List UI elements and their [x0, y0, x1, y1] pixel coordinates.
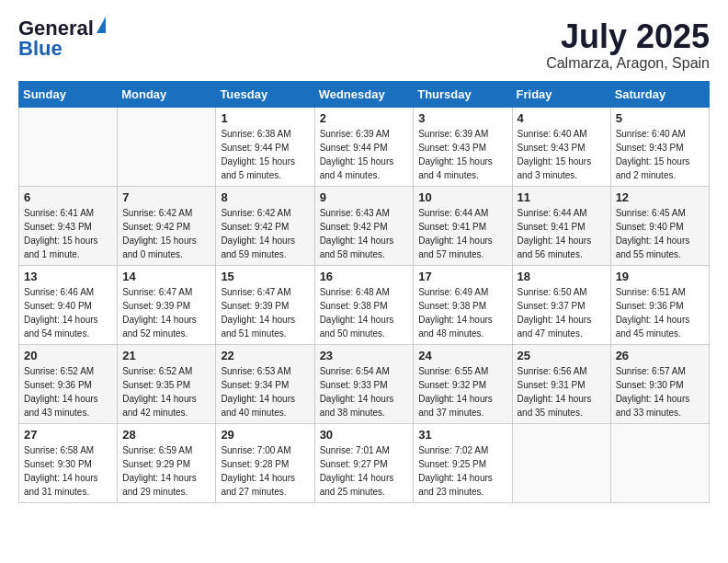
calendar-header-sunday: Sunday: [19, 81, 118, 107]
day-number: 1: [221, 111, 309, 125]
day-number: 3: [418, 111, 506, 125]
day-number: 24: [418, 349, 506, 362]
calendar-header-wednesday: Wednesday: [314, 81, 414, 107]
day-number: 10: [418, 190, 506, 204]
calendar-cell: 3Sunrise: 6:39 AMSunset: 9:43 PMDaylight…: [414, 107, 512, 186]
calendar-cell: 22Sunrise: 6:53 AMSunset: 9:34 PMDayligh…: [216, 344, 314, 423]
calendar-cell: 29Sunrise: 7:00 AMSunset: 9:28 PMDayligh…: [216, 423, 314, 502]
calendar-cell: [19, 107, 118, 186]
day-info: Sunrise: 6:52 AMSunset: 9:36 PMDaylight:…: [24, 364, 112, 419]
calendar-week-5: 27Sunrise: 6:58 AMSunset: 9:30 PMDayligh…: [19, 423, 710, 502]
day-info: Sunrise: 6:58 AMSunset: 9:30 PMDaylight:…: [24, 443, 112, 499]
calendar-cell: 14Sunrise: 6:47 AMSunset: 9:39 PMDayligh…: [118, 265, 216, 344]
location-title: Calmarza, Aragon, Spain: [546, 55, 710, 72]
day-info: Sunrise: 6:53 AMSunset: 9:34 PMDaylight:…: [221, 364, 309, 419]
title-block: July 2025 Calmarza, Aragon, Spain: [546, 18, 710, 72]
day-number: 14: [122, 270, 210, 283]
day-number: 16: [320, 270, 409, 283]
day-number: 19: [616, 270, 704, 283]
calendar-cell: [610, 423, 709, 502]
day-info: Sunrise: 6:51 AMSunset: 9:36 PMDaylight:…: [616, 285, 704, 340]
calendar-week-3: 13Sunrise: 6:46 AMSunset: 9:40 PMDayligh…: [19, 265, 710, 344]
day-info: Sunrise: 6:42 AMSunset: 9:42 PMDaylight:…: [221, 206, 309, 261]
day-info: Sunrise: 6:41 AMSunset: 9:43 PMDaylight:…: [24, 206, 112, 261]
day-number: 4: [518, 111, 606, 125]
calendar-body: 1Sunrise: 6:38 AMSunset: 9:44 PMDaylight…: [19, 107, 710, 502]
day-info: Sunrise: 6:52 AMSunset: 9:35 PMDaylight:…: [122, 364, 210, 419]
day-info: Sunrise: 6:49 AMSunset: 9:38 PMDaylight:…: [418, 285, 506, 340]
day-info: Sunrise: 6:59 AMSunset: 9:29 PMDaylight:…: [122, 443, 210, 499]
day-number: 17: [418, 270, 506, 283]
day-number: 20: [24, 349, 112, 362]
calendar-cell: 13Sunrise: 6:46 AMSunset: 9:40 PMDayligh…: [19, 265, 118, 344]
calendar-header-saturday: Saturday: [610, 81, 709, 107]
day-info: Sunrise: 6:38 AMSunset: 9:44 PMDaylight:…: [221, 127, 309, 182]
calendar-cell: 5Sunrise: 6:40 AMSunset: 9:43 PMDaylight…: [610, 107, 709, 186]
day-info: Sunrise: 6:47 AMSunset: 9:39 PMDaylight:…: [122, 285, 210, 340]
calendar-cell: 23Sunrise: 6:54 AMSunset: 9:33 PMDayligh…: [314, 344, 414, 423]
calendar-cell: 1Sunrise: 6:38 AMSunset: 9:44 PMDaylight…: [216, 107, 314, 186]
calendar-cell: 18Sunrise: 6:50 AMSunset: 9:37 PMDayligh…: [512, 265, 610, 344]
calendar-cell: 8Sunrise: 6:42 AMSunset: 9:42 PMDaylight…: [216, 186, 314, 265]
day-info: Sunrise: 6:40 AMSunset: 9:43 PMDaylight:…: [518, 127, 606, 182]
day-number: 23: [320, 349, 409, 362]
day-info: Sunrise: 6:48 AMSunset: 9:38 PMDaylight:…: [320, 285, 409, 340]
calendar-cell: 19Sunrise: 6:51 AMSunset: 9:36 PMDayligh…: [610, 265, 709, 344]
calendar-cell: 30Sunrise: 7:01 AMSunset: 9:27 PMDayligh…: [314, 423, 414, 502]
day-number: 18: [518, 270, 606, 283]
day-info: Sunrise: 6:56 AMSunset: 9:31 PMDaylight:…: [518, 364, 606, 419]
calendar-cell: 25Sunrise: 6:56 AMSunset: 9:31 PMDayligh…: [512, 344, 610, 423]
day-number: 15: [221, 270, 309, 283]
calendar-cell: [118, 107, 216, 186]
day-info: Sunrise: 6:46 AMSunset: 9:40 PMDaylight:…: [24, 285, 112, 340]
calendar-cell: 12Sunrise: 6:45 AMSunset: 9:40 PMDayligh…: [610, 186, 709, 265]
day-info: Sunrise: 6:44 AMSunset: 9:41 PMDaylight:…: [518, 206, 606, 261]
calendar-cell: 16Sunrise: 6:48 AMSunset: 9:38 PMDayligh…: [314, 265, 414, 344]
day-number: 12: [616, 190, 704, 204]
calendar-cell: 26Sunrise: 6:57 AMSunset: 9:30 PMDayligh…: [610, 344, 709, 423]
day-info: Sunrise: 6:55 AMSunset: 9:32 PMDaylight:…: [418, 364, 506, 419]
calendar-week-4: 20Sunrise: 6:52 AMSunset: 9:36 PMDayligh…: [19, 344, 710, 423]
calendar-cell: 6Sunrise: 6:41 AMSunset: 9:43 PMDaylight…: [19, 186, 118, 265]
day-info: Sunrise: 6:43 AMSunset: 9:42 PMDaylight:…: [320, 206, 409, 261]
logo-blue: Blue: [18, 37, 63, 60]
calendar-cell: 27Sunrise: 6:58 AMSunset: 9:30 PMDayligh…: [19, 423, 118, 502]
day-number: 29: [221, 428, 309, 442]
calendar-header-monday: Monday: [118, 81, 216, 107]
day-number: 21: [122, 349, 210, 362]
day-number: 27: [24, 428, 112, 442]
day-number: 7: [122, 190, 210, 204]
calendar-cell: 21Sunrise: 6:52 AMSunset: 9:35 PMDayligh…: [118, 344, 216, 423]
day-number: 30: [320, 428, 409, 442]
calendar-week-2: 6Sunrise: 6:41 AMSunset: 9:43 PMDaylight…: [19, 186, 710, 265]
calendar-cell: 31Sunrise: 7:02 AMSunset: 9:25 PMDayligh…: [414, 423, 512, 502]
day-number: 13: [24, 270, 112, 283]
calendar-cell: 2Sunrise: 6:39 AMSunset: 9:44 PMDaylight…: [314, 107, 414, 186]
calendar-week-1: 1Sunrise: 6:38 AMSunset: 9:44 PMDaylight…: [19, 107, 710, 186]
page-header: General Blue July 2025 Calmarza, Aragon,…: [18, 18, 710, 72]
day-number: 26: [616, 349, 704, 362]
day-info: Sunrise: 6:50 AMSunset: 9:37 PMDaylight:…: [518, 285, 606, 340]
logo-general: General: [18, 18, 94, 39]
day-info: Sunrise: 6:39 AMSunset: 9:43 PMDaylight:…: [418, 127, 506, 182]
day-info: Sunrise: 6:57 AMSunset: 9:30 PMDaylight:…: [616, 364, 704, 419]
calendar-cell: 17Sunrise: 6:49 AMSunset: 9:38 PMDayligh…: [414, 265, 512, 344]
calendar-cell: 24Sunrise: 6:55 AMSunset: 9:32 PMDayligh…: [414, 344, 512, 423]
day-number: 5: [616, 111, 704, 125]
calendar-header-row: SundayMondayTuesdayWednesdayThursdayFrid…: [19, 81, 710, 107]
calendar-cell: 10Sunrise: 6:44 AMSunset: 9:41 PMDayligh…: [414, 186, 512, 265]
calendar-cell: 28Sunrise: 6:59 AMSunset: 9:29 PMDayligh…: [118, 423, 216, 502]
day-number: 31: [418, 428, 506, 442]
day-number: 9: [320, 190, 409, 204]
day-number: 2: [320, 111, 409, 125]
calendar-cell: 20Sunrise: 6:52 AMSunset: 9:36 PMDayligh…: [19, 344, 118, 423]
day-number: 28: [122, 428, 210, 442]
day-info: Sunrise: 6:54 AMSunset: 9:33 PMDaylight:…: [320, 364, 409, 419]
day-number: 11: [518, 190, 606, 204]
calendar-cell: [512, 423, 610, 502]
day-info: Sunrise: 6:47 AMSunset: 9:39 PMDaylight:…: [221, 285, 309, 340]
calendar-table: SundayMondayTuesdayWednesdayThursdayFrid…: [18, 81, 710, 503]
day-info: Sunrise: 6:40 AMSunset: 9:43 PMDaylight:…: [616, 127, 704, 182]
day-info: Sunrise: 6:39 AMSunset: 9:44 PMDaylight:…: [320, 127, 409, 182]
calendar-header-friday: Friday: [512, 81, 610, 107]
